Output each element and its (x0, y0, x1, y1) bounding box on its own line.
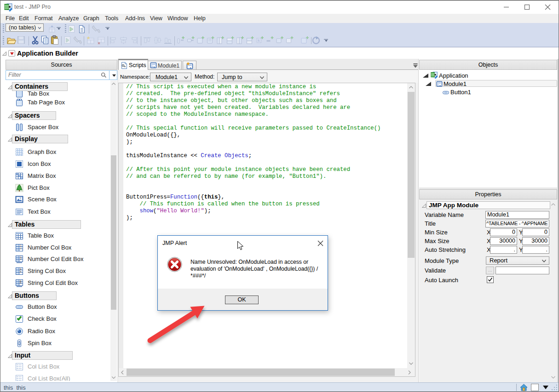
svg-text:b: b (20, 270, 22, 273)
svg-text:b: b (20, 281, 22, 284)
svg-text:2: 2 (20, 257, 22, 260)
svg-text:2: 2 (20, 247, 22, 250)
